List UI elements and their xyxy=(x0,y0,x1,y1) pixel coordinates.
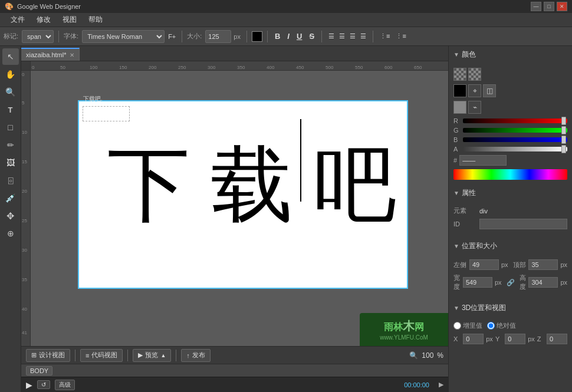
close-button[interactable]: ✕ xyxy=(557,2,567,11)
underline-button[interactable]: U xyxy=(294,30,304,43)
publish-button[interactable]: ↑ 发布 xyxy=(181,349,211,362)
minimize-button[interactable]: — xyxy=(531,2,541,11)
threed-section-header[interactable]: ▼ 3D位置和视图 xyxy=(449,299,572,317)
eyedropper-icon[interactable]: ⌖ xyxy=(468,84,481,97)
play-button[interactable]: ▶ xyxy=(26,380,32,390)
g-thumb[interactable] xyxy=(561,126,566,134)
fplus-button[interactable]: F+ xyxy=(167,33,177,40)
grey-swatch[interactable] xyxy=(453,101,466,114)
design-view-label: 设计视图 xyxy=(39,351,65,360)
select-tool[interactable]: ↖ xyxy=(2,48,19,65)
color-icon-2[interactable]: ◫ xyxy=(483,84,496,97)
id-input[interactable] xyxy=(479,219,567,229)
align-left-button[interactable]: ☰ xyxy=(327,30,336,43)
color-spectrum[interactable] xyxy=(453,169,567,180)
eyedropper-tool[interactable]: 💉 xyxy=(2,190,19,206)
incremental-radio-label[interactable]: 增里值 xyxy=(453,321,482,330)
maximize-button[interactable]: □ xyxy=(544,2,554,11)
black-swatch[interactable] xyxy=(453,84,466,97)
incremental-radio[interactable] xyxy=(453,322,461,330)
link-icon[interactable]: 🔗 xyxy=(507,279,515,286)
canvas-workspace[interactable]: 下载吧. 下 载 吧 雨林木网 www.YLMFU.CoM xyxy=(31,71,448,346)
pen-tool[interactable]: ✏ xyxy=(2,137,19,153)
x-input[interactable] xyxy=(463,334,484,344)
canvas-text: 下 载 吧 xyxy=(107,130,396,242)
watermark: 雨林木网 www.YLMFU.CoM xyxy=(360,313,448,346)
checker-swatch[interactable] xyxy=(468,68,481,81)
ruler-mark-500: 500 xyxy=(326,65,333,70)
design-view-button[interactable]: ⊞ 设计视图 xyxy=(26,349,70,362)
menu-file[interactable]: 文件 xyxy=(5,14,31,26)
color-icon-3[interactable]: ⌁ xyxy=(468,101,481,114)
color-swatches-row xyxy=(453,68,567,81)
zoom-tool[interactable]: 🔍 xyxy=(2,84,19,100)
shape-tool[interactable]: □ xyxy=(2,119,19,136)
preview-button[interactable]: ▶ 预览 ▲ xyxy=(133,349,171,362)
y-input[interactable] xyxy=(505,334,525,344)
width-input[interactable] xyxy=(463,277,492,288)
absolute-radio[interactable] xyxy=(487,322,495,330)
toolbar-separator-1 xyxy=(58,31,59,42)
incremental-label: 增里值 xyxy=(463,321,482,330)
tab-label: xiazaiba.html* xyxy=(26,51,66,58)
image-tool[interactable]: 🖼 xyxy=(2,154,19,171)
hash-label: # xyxy=(453,157,457,164)
y-unit: px xyxy=(528,335,535,342)
g-slider[interactable] xyxy=(463,128,567,133)
strikethrough-button[interactable]: S xyxy=(307,30,317,43)
threed-triangle-icon: ▼ xyxy=(453,305,459,311)
menu-view[interactable]: 视图 xyxy=(57,14,83,26)
menu-edit[interactable]: 修改 xyxy=(31,14,57,26)
breadcrumb-body[interactable]: BODY xyxy=(26,366,52,375)
menu-help[interactable]: 帮助 xyxy=(83,14,109,26)
align-justify-button[interactable]: ☰ xyxy=(359,30,368,43)
code-view-button[interactable]: ≡ 代码视图 xyxy=(80,349,123,362)
g-label: G xyxy=(453,127,461,134)
preview-arrow-icon: ▲ xyxy=(160,353,166,358)
transform-tool[interactable]: ⌻ xyxy=(2,172,19,189)
pos-section-header[interactable]: ▼ 位置和大小 xyxy=(449,238,572,255)
italic-button[interactable]: I xyxy=(285,30,292,43)
height-input[interactable] xyxy=(528,277,558,288)
ruler-mark-600: 600 xyxy=(384,65,392,70)
align-right-button[interactable]: ☰ xyxy=(348,30,357,43)
advanced-button[interactable]: 高级 xyxy=(55,380,75,390)
r-thumb[interactable] xyxy=(561,117,566,125)
vruler-5: 5 xyxy=(22,100,24,106)
threed-section-label: 3D位置和视图 xyxy=(462,303,506,313)
absolute-radio-label[interactable]: 绝对值 xyxy=(487,321,516,330)
tab-close-icon[interactable]: ✕ xyxy=(70,52,74,58)
tag-select[interactable]: span xyxy=(22,30,54,43)
z-input[interactable] xyxy=(547,334,567,344)
color-section-header[interactable]: ▼ 颜色 xyxy=(449,46,572,63)
b-slider[interactable] xyxy=(463,137,567,142)
a-thumb[interactable] xyxy=(561,145,566,153)
r-slider[interactable] xyxy=(463,118,567,123)
pos-triangle-icon: ▼ xyxy=(453,243,459,249)
list-unordered-button[interactable]: ⋮≡ xyxy=(394,30,407,43)
left-input[interactable] xyxy=(469,259,499,270)
align-center-button[interactable]: ☰ xyxy=(337,30,347,43)
tag-label: 标记: xyxy=(4,32,18,41)
text-tool[interactable]: T xyxy=(2,101,19,118)
hand-tool[interactable]: ✋ xyxy=(2,66,19,83)
top-input[interactable] xyxy=(528,259,558,270)
vruler-35: 35 xyxy=(22,277,27,282)
move-tool[interactable]: ✥ xyxy=(2,207,19,224)
magnify-tool[interactable]: ⊕ xyxy=(2,225,19,242)
font-select[interactable]: Times New Roman xyxy=(82,30,165,43)
breadcrumb-bar: BODY xyxy=(21,364,448,377)
list-ordered-button[interactable]: ⋮≡ xyxy=(378,30,392,43)
attr-section-header[interactable]: ▼ 属性 xyxy=(449,185,572,202)
bold-button[interactable]: B xyxy=(272,30,282,43)
text-color-box[interactable] xyxy=(252,31,262,42)
b-thumb[interactable] xyxy=(561,136,566,144)
size-input[interactable] xyxy=(205,30,231,43)
transparent-swatch[interactable] xyxy=(453,68,466,81)
ruler-track-h: 0 50 100 150 200 250 300 350 400 450 500… xyxy=(31,61,448,70)
rewind-button[interactable]: ↺ xyxy=(37,380,50,389)
a-slider[interactable] xyxy=(463,147,567,151)
ruler-mark-150: 150 xyxy=(119,65,127,70)
color-g-row: G xyxy=(453,127,567,134)
tab-xiazaiba[interactable]: xiazaiba.html* ✕ xyxy=(21,48,80,61)
